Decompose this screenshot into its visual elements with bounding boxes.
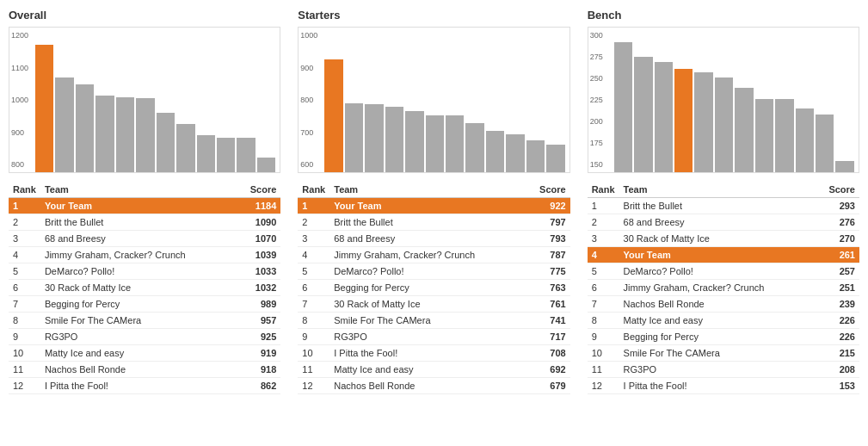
team-cell: DeMarco? Pollo! bbox=[329, 263, 525, 280]
bar-12 bbox=[257, 158, 275, 172]
rank-cell: 11 bbox=[588, 362, 619, 378]
table-row: 1Britt the Bullet293 bbox=[588, 198, 859, 214]
table-row: 9RG3PO717 bbox=[298, 329, 569, 345]
bar-11 bbox=[526, 140, 545, 172]
team-cell: Begging for Percy bbox=[619, 329, 815, 345]
score-cell: 919 bbox=[235, 345, 280, 362]
score-cell: 239 bbox=[814, 296, 859, 313]
team-cell: 68 and Breesy bbox=[619, 214, 815, 231]
table-row: 12I Pitta the Fool!862 bbox=[9, 378, 280, 394]
table-row: 6Jimmy Graham, Cracker? Crunch251 bbox=[588, 280, 859, 296]
table-row: 5DeMarco? Pollo!1033 bbox=[9, 263, 280, 280]
team-cell: Jimmy Graham, Cracker? Crunch bbox=[40, 247, 236, 263]
score-cell: 679 bbox=[525, 378, 570, 394]
score-cell: 957 bbox=[235, 313, 280, 329]
team-cell: 30 Rack of Matty Ice bbox=[329, 296, 525, 313]
team-cell: Britt the Bullet bbox=[40, 214, 236, 231]
bar-6 bbox=[715, 77, 733, 172]
rank-cell: 6 bbox=[9, 280, 40, 296]
col-header-team: Team bbox=[329, 182, 525, 198]
rank-cell: 9 bbox=[9, 329, 40, 345]
rank-cell: 1 bbox=[9, 198, 40, 214]
rank-cell: 10 bbox=[588, 345, 619, 362]
table-row: 4Jimmy Graham, Cracker? Crunch1039 bbox=[9, 247, 280, 263]
bench-y-axis: 300275250225200175150 bbox=[588, 28, 614, 172]
col-header-score: Score bbox=[814, 182, 859, 198]
bar-11 bbox=[237, 138, 255, 172]
team-cell: 68 and Breesy bbox=[40, 231, 236, 247]
table-row: 1Your Team1184 bbox=[9, 198, 280, 214]
rank-cell: 5 bbox=[588, 263, 619, 280]
rank-cell: 3 bbox=[9, 231, 40, 247]
bar-7 bbox=[446, 115, 464, 172]
score-cell: 925 bbox=[235, 329, 280, 345]
table-row: 10Smile For The CAMera215 bbox=[588, 345, 859, 362]
rank-cell: 6 bbox=[588, 280, 619, 296]
y-axis-label: 700 bbox=[300, 128, 323, 137]
bench-bars bbox=[614, 32, 854, 172]
bar-1 bbox=[614, 42, 632, 172]
score-cell: 1033 bbox=[235, 263, 280, 280]
bar-6 bbox=[136, 98, 154, 172]
rank-cell: 7 bbox=[298, 296, 329, 313]
table-header-row: RankTeamScore bbox=[588, 182, 859, 198]
score-cell: 226 bbox=[814, 313, 859, 329]
bar-1 bbox=[324, 59, 342, 172]
score-cell: 208 bbox=[814, 362, 859, 378]
score-cell: 763 bbox=[525, 280, 570, 296]
rank-cell: 12 bbox=[588, 378, 619, 394]
rank-cell: 3 bbox=[588, 231, 619, 247]
score-cell: 862 bbox=[235, 378, 280, 394]
rank-cell: 2 bbox=[9, 214, 40, 231]
y-axis-label: 200 bbox=[590, 117, 613, 126]
table-row: 368 and Breesy793 bbox=[298, 231, 569, 247]
table-row: 7Nachos Bell Ronde239 bbox=[588, 296, 859, 313]
col-header-rank: Rank bbox=[588, 182, 619, 198]
y-axis-label: 1000 bbox=[300, 31, 323, 40]
team-cell: Matty Ice and easy bbox=[329, 362, 525, 378]
col-header-team: Team bbox=[619, 182, 815, 198]
table-row: 12Nachos Bell Ronde679 bbox=[298, 378, 569, 394]
y-axis-label: 900 bbox=[11, 128, 34, 137]
team-cell: Smile For The CAMera bbox=[329, 313, 525, 329]
team-cell: Matty Ice and easy bbox=[619, 313, 815, 329]
section-overall: Overall120011001000900800RankTeamScore1Y… bbox=[9, 9, 280, 394]
score-cell: 717 bbox=[525, 329, 570, 345]
table-row: 11RG3PO208 bbox=[588, 362, 859, 378]
col-header-team: Team bbox=[40, 182, 236, 198]
rank-cell: 10 bbox=[9, 345, 40, 362]
team-cell: I Pitta the Fool! bbox=[619, 378, 815, 394]
bar-10 bbox=[796, 108, 814, 172]
main-container: Overall120011001000900800RankTeamScore1Y… bbox=[9, 9, 859, 394]
rank-cell: 8 bbox=[9, 313, 40, 329]
score-cell: 918 bbox=[235, 362, 280, 378]
bar-7 bbox=[735, 88, 753, 172]
table-row: 5DeMarco? Pollo!775 bbox=[298, 263, 569, 280]
score-cell: 793 bbox=[525, 231, 570, 247]
score-cell: 1032 bbox=[235, 280, 280, 296]
rank-cell: 8 bbox=[298, 313, 329, 329]
rank-cell: 9 bbox=[298, 329, 329, 345]
table-row: 10I Pitta the Fool!708 bbox=[298, 345, 569, 362]
y-axis-label: 275 bbox=[590, 53, 613, 61]
bar-9 bbox=[197, 135, 215, 172]
overall-bars bbox=[35, 32, 275, 172]
y-axis-label: 900 bbox=[300, 64, 323, 72]
team-cell: DeMarco? Pollo! bbox=[619, 263, 815, 280]
score-cell: 251 bbox=[814, 280, 859, 296]
y-axis-label: 175 bbox=[590, 139, 613, 147]
team-cell: 30 Rack of Matty Ice bbox=[40, 280, 236, 296]
rank-cell: 6 bbox=[298, 280, 329, 296]
score-cell: 761 bbox=[525, 296, 570, 313]
y-axis-label: 1100 bbox=[11, 64, 34, 72]
starters-y-axis: 1000900800700600 bbox=[299, 28, 324, 172]
bar-5 bbox=[116, 97, 134, 172]
bar-5 bbox=[405, 111, 423, 172]
rank-cell: 7 bbox=[9, 296, 40, 313]
table-row: 8Smile For The CAMera957 bbox=[9, 313, 280, 329]
team-cell: Smile For The CAMera bbox=[619, 345, 815, 362]
bar-9 bbox=[486, 131, 504, 172]
score-cell: 215 bbox=[814, 345, 859, 362]
team-cell: Nachos Bell Ronde bbox=[329, 378, 525, 394]
bar-9 bbox=[775, 99, 793, 172]
